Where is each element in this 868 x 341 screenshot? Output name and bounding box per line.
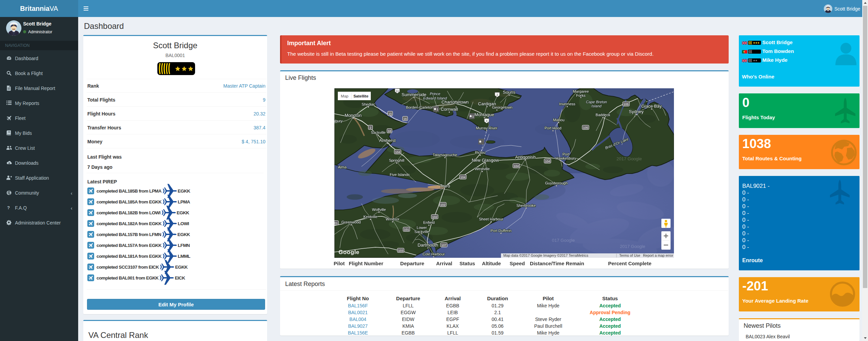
svg-text:Port Hood: Port Hood <box>544 126 561 130</box>
svg-text:Sherbrooke: Sherbrooke <box>517 203 536 208</box>
svg-text:2: 2 <box>496 93 498 96</box>
svg-text:4: 4 <box>486 119 487 123</box>
svg-text:Windsor: Windsor <box>386 217 400 221</box>
svg-text:Dartmouth: Dartmouth <box>418 243 438 248</box>
svg-text:1: 1 <box>472 115 474 118</box>
svg-text:Hawkesbury: Hawkesbury <box>556 156 576 160</box>
svg-text:101: 101 <box>334 221 338 225</box>
svg-text:Map data ©2017 Google Imagery: Map data ©2017 Google Imagery ©2017 Terr… <box>503 253 588 257</box>
svg-text:Satellite: Satellite <box>353 94 368 98</box>
svg-text:Souris: Souris <box>503 90 516 95</box>
svg-text:Antigonish: Antigonish <box>515 155 536 160</box>
svg-text:Borden-Carleton: Borden-Carleton <box>406 105 434 109</box>
svg-text:Cape Breton: Cape Breton <box>586 100 607 104</box>
svg-text:Sydney: Sydney <box>629 109 644 114</box>
svg-text:Inverness: Inverness <box>559 102 575 106</box>
svg-text:Alma: Alma <box>338 165 347 169</box>
svg-text:16: 16 <box>388 129 391 133</box>
svg-text:102: 102 <box>440 203 445 207</box>
svg-text:?: ? <box>7 205 10 210</box>
svg-text:Forks: Forks <box>576 93 586 97</box>
svg-text:Springhill: Springhill <box>389 158 404 162</box>
svg-text:104: 104 <box>395 150 400 154</box>
svg-text:105: 105 <box>623 103 628 106</box>
svg-text:101: 101 <box>404 228 409 231</box>
svg-text:Charlottetown: Charlottetown <box>441 100 469 105</box>
svg-text:Edward Island: Edward Island <box>423 96 447 100</box>
svg-text:Shediac: Shediac <box>362 102 375 106</box>
svg-text:Terms of Use: Terms of Use <box>619 253 640 257</box>
svg-text:16: 16 <box>403 117 407 121</box>
svg-text:104: 104 <box>460 176 465 179</box>
svg-text:Guysborough: Guysborough <box>545 181 568 185</box>
svg-text:104: 104 <box>514 164 519 168</box>
svg-text:2: 2 <box>369 126 371 129</box>
svg-text:Lower: Lower <box>417 226 427 230</box>
svg-text:Georgetown: Georgetown <box>492 105 513 109</box>
svg-text:2017 Google: 2017 Google <box>620 244 645 249</box>
svg-text:Margaree: Margaree <box>573 89 589 93</box>
svg-text:Montague: Montague <box>474 112 494 117</box>
svg-text:Cornwall: Cornwall <box>441 107 458 112</box>
svg-text:Port: Port <box>562 152 569 156</box>
svg-text:lisbury: lisbury <box>334 119 343 123</box>
svg-text:Westville: Westville <box>475 167 490 171</box>
svg-text:Truro: Truro <box>440 183 450 189</box>
svg-text:Summerside: Summerside <box>402 92 427 97</box>
svg-text:Island: Island <box>591 104 602 108</box>
svg-text:Pictou: Pictou <box>475 150 486 155</box>
svg-text:105: 105 <box>583 126 588 129</box>
svg-text:107: 107 <box>441 244 446 247</box>
svg-text:Google: Google <box>338 249 360 255</box>
svg-text:Mabou: Mabou <box>553 118 565 122</box>
svg-text:Port Dufferin: Port Dufferin <box>490 229 511 233</box>
svg-text:102: 102 <box>432 215 437 219</box>
svg-text:Sackville: Sackville <box>414 230 429 234</box>
svg-text:104: 104 <box>545 160 550 163</box>
svg-text:Tatamagouche: Tatamagouche <box>433 153 457 157</box>
svg-text:Baddeck: Baddeck <box>596 113 610 117</box>
svg-text:1: 1 <box>436 108 438 111</box>
svg-text:Sackville: Sackville <box>371 130 385 134</box>
svg-text:Amherst: Amherst <box>379 138 396 143</box>
svg-text:Kentville: Kentville <box>363 215 378 219</box>
svg-text:Map: Map <box>341 94 348 98</box>
svg-text:Enfield: Enfield <box>423 220 435 225</box>
svg-text:Report a map error: Report a map error <box>643 253 673 257</box>
svg-text:New Glasgow: New Glasgow <box>472 158 499 163</box>
svg-text:Cole Harbour: Cole Harbour <box>422 252 445 256</box>
svg-text:Murray River: Murray River <box>476 126 498 130</box>
svg-text:017 Google: 017 Google <box>552 238 575 243</box>
svg-text:Greenwood: Greenwood <box>342 220 361 224</box>
svg-text:Sheet Harbour: Sheet Harbour <box>479 217 503 221</box>
svg-text:2017 Google: 2017 Google <box>617 156 642 161</box>
svg-text:Wolfville: Wolfville <box>372 208 386 212</box>
svg-text:Prince: Prince <box>430 92 440 96</box>
svg-text:Moncton: Moncton <box>345 113 362 118</box>
svg-text:103: 103 <box>398 249 403 252</box>
svg-text:Five Islands: Five Islands <box>390 173 410 177</box>
svg-text:Glace Bay: Glace Bay <box>641 104 662 109</box>
svg-text:15: 15 <box>388 112 392 115</box>
svg-text:11: 11 <box>396 89 399 93</box>
